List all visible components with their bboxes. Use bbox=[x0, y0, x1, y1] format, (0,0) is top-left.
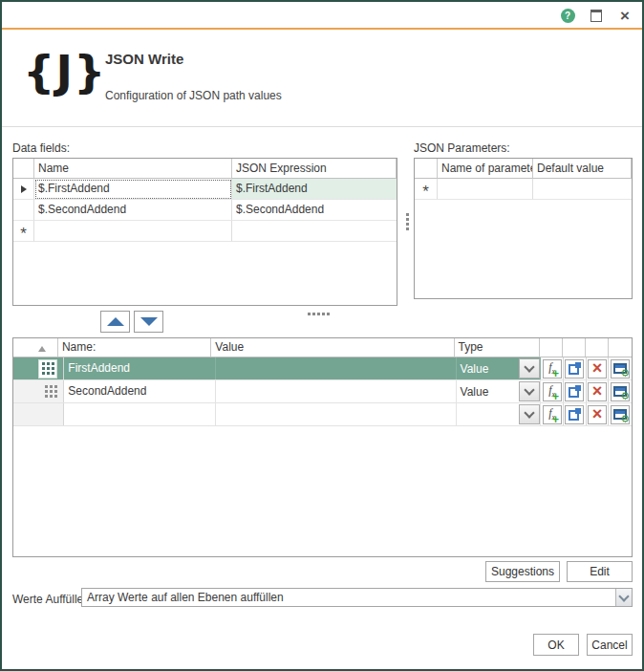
chevron-down-icon bbox=[525, 384, 535, 395]
delete-button[interactable]: × bbox=[588, 405, 607, 424]
current-row-arrow-icon bbox=[21, 185, 27, 193]
type-dropdown-button[interactable] bbox=[519, 404, 540, 424]
new-row-indicator: * bbox=[13, 221, 34, 242]
data-fields-header-row: Name JSON Expression bbox=[13, 159, 397, 179]
window-settings-button[interactable] bbox=[611, 359, 630, 379]
action-cell bbox=[564, 357, 587, 379]
current-row-indicator bbox=[13, 179, 34, 200]
window-settings-button[interactable] bbox=[611, 382, 630, 401]
column-header-type[interactable]: Type bbox=[455, 338, 541, 357]
horizontal-splitter-handle[interactable] bbox=[308, 313, 330, 315]
column-header-parameter-name[interactable]: Name of parameter bbox=[438, 159, 533, 179]
type-value: Value bbox=[461, 385, 520, 399]
new-row[interactable]: fx+ × bbox=[13, 403, 632, 426]
type-cell[interactable] bbox=[457, 403, 542, 425]
chevron-down-icon bbox=[618, 591, 629, 601]
edit-button[interactable]: Edit bbox=[567, 561, 633, 582]
action-cell: × bbox=[587, 357, 610, 379]
move-up-button[interactable] bbox=[100, 311, 130, 333]
page-title: JSON Write bbox=[105, 51, 183, 67]
column-header-json-expression[interactable]: JSON Expression bbox=[232, 159, 397, 179]
window-gear-icon bbox=[613, 363, 627, 374]
default-value-cell[interactable] bbox=[533, 179, 632, 200]
close-button[interactable]: × bbox=[615, 6, 634, 25]
grid-handle-icon bbox=[45, 385, 57, 398]
parameter-name-cell[interactable] bbox=[438, 179, 533, 200]
vertical-splitter-handle[interactable] bbox=[406, 213, 409, 230]
table-row[interactable]: $.SecondAddend $.SecondAddend bbox=[13, 200, 397, 221]
data-fields-table: Name JSON Expression $.FirstAddend $.Fir… bbox=[12, 158, 397, 306]
name-cell[interactable]: SecondAddend bbox=[64, 380, 216, 402]
cancel-button[interactable]: Cancel bbox=[587, 634, 633, 656]
ok-button[interactable]: OK bbox=[533, 634, 579, 656]
type-value: Value bbox=[461, 362, 520, 376]
copy-icon bbox=[569, 362, 581, 375]
value-cell[interactable] bbox=[216, 380, 456, 402]
action-cell bbox=[564, 380, 587, 402]
action-cell: × bbox=[587, 403, 610, 425]
expression-cell[interactable]: $.SecondAddend bbox=[232, 200, 397, 221]
row-drag-handle[interactable] bbox=[13, 380, 64, 402]
name-cell[interactable] bbox=[64, 403, 216, 425]
value-cell[interactable] bbox=[216, 403, 456, 425]
sort-ascending-icon bbox=[38, 346, 46, 352]
titlebar: ? × bbox=[2, 2, 642, 30]
action-cell: × bbox=[587, 380, 610, 402]
type-cell[interactable]: Value bbox=[457, 380, 542, 402]
grid-handle-icon bbox=[38, 359, 57, 379]
help-icon: ? bbox=[561, 9, 575, 23]
copy-button[interactable] bbox=[565, 382, 584, 401]
add-formula-button[interactable]: fx+ bbox=[543, 359, 562, 379]
window-settings-button[interactable] bbox=[611, 405, 630, 424]
name-cell[interactable]: $.FirstAddend bbox=[34, 179, 232, 200]
row-indicator-header bbox=[415, 159, 438, 179]
suggestions-button[interactable]: Suggestions bbox=[485, 561, 560, 582]
fill-values-dropdown-button[interactable] bbox=[615, 589, 632, 606]
help-button[interactable]: ? bbox=[558, 6, 577, 25]
column-header-name[interactable]: Name bbox=[34, 159, 232, 179]
name-cell[interactable]: FirstAddend bbox=[64, 357, 216, 379]
copy-button[interactable] bbox=[565, 405, 584, 424]
values-grid-header-row: Name: Value Type bbox=[13, 338, 632, 357]
column-header-value[interactable]: Value bbox=[211, 338, 454, 357]
json-write-icon: {J} bbox=[23, 45, 106, 97]
table-row[interactable]: $.FirstAddend $.FirstAddend bbox=[13, 179, 397, 200]
fill-values-dropdown[interactable]: Array Werte auf allen Ebenen auffüllen bbox=[81, 588, 633, 607]
dialog-header: {J} JSON Write Configuration of JSON pat… bbox=[2, 30, 642, 127]
delete-button[interactable]: × bbox=[588, 382, 607, 401]
row-drag-handle[interactable] bbox=[13, 357, 64, 379]
move-down-button[interactable] bbox=[134, 311, 163, 333]
delete-button[interactable]: × bbox=[588, 359, 607, 379]
maximize-button[interactable] bbox=[587, 6, 606, 25]
name-cell[interactable]: $.SecondAddend bbox=[34, 200, 232, 221]
add-formula-button[interactable]: fx+ bbox=[543, 382, 562, 401]
expression-cell[interactable]: $.FirstAddend bbox=[232, 179, 397, 200]
add-formula-button[interactable]: fx+ bbox=[543, 405, 562, 424]
expression-cell[interactable] bbox=[232, 221, 397, 242]
chevron-down-icon bbox=[525, 407, 535, 418]
name-cell[interactable] bbox=[34, 221, 232, 242]
row-drag-handle bbox=[13, 403, 64, 425]
row-indicator-header bbox=[13, 159, 34, 179]
value-cell[interactable] bbox=[216, 357, 456, 379]
table-row[interactable]: SecondAddend Value fx+ × bbox=[13, 380, 632, 403]
new-row[interactable]: * bbox=[13, 221, 397, 242]
type-cell[interactable]: Value bbox=[457, 357, 542, 379]
type-dropdown-button[interactable] bbox=[519, 358, 540, 379]
new-row-icon: * bbox=[20, 223, 27, 239]
copy-icon bbox=[569, 408, 581, 421]
new-row-indicator: * bbox=[415, 179, 438, 200]
actions-header bbox=[563, 338, 586, 357]
copy-button[interactable] bbox=[565, 359, 584, 379]
maximize-icon bbox=[590, 10, 602, 22]
copy-icon bbox=[569, 385, 581, 398]
table-row[interactable]: FirstAddend Value fx+ × bbox=[13, 357, 632, 380]
json-parameters-label: JSON Parameters: bbox=[414, 141, 510, 155]
sort-column-header[interactable] bbox=[13, 338, 58, 357]
actions-header bbox=[609, 338, 632, 357]
type-dropdown-button[interactable] bbox=[519, 381, 540, 401]
column-header-name[interactable]: Name: bbox=[58, 338, 211, 357]
column-header-default-value[interactable]: Default value bbox=[533, 159, 632, 179]
page-subtitle: Configuration of JSON path values bbox=[105, 89, 282, 102]
new-row[interactable]: * bbox=[415, 179, 632, 200]
